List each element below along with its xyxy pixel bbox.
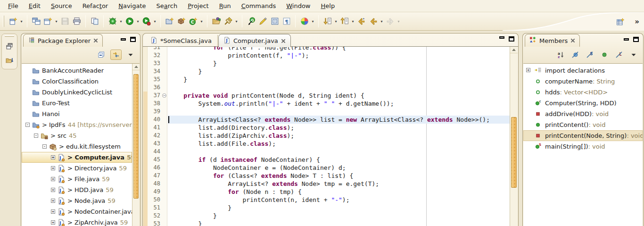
open-perspective-button[interactable] [4, 56, 15, 67]
tree-item[interactable]: -> IpdFs44 [https://svnserver.i [22, 119, 132, 130]
color-palette-button[interactable] [298, 16, 310, 27]
scroll-up-icon[interactable] [510, 47, 518, 53]
scrollbar-thumb[interactable] [511, 117, 517, 188]
hide-static-button[interactable]: S [584, 50, 595, 60]
close-icon[interactable] [281, 39, 286, 43]
customize-perspective-button[interactable] [614, 16, 626, 27]
member-item[interactable]: Smain(String[]) : void [523, 141, 643, 152]
dropdown-arrow-icon[interactable]: ▾ [118, 16, 124, 27]
expander-minus-icon[interactable]: - [25, 123, 30, 127]
new-editor-button[interactable] [30, 16, 42, 27]
expander-plus-icon[interactable]: + [51, 209, 55, 214]
dropdown-arrow-icon[interactable]: ▾ [152, 16, 157, 27]
dropdown-arrow-icon[interactable]: ▾ [19, 16, 24, 27]
show-whitespace-button[interactable]: ¶ [281, 16, 292, 27]
tree-item[interactable]: +J> Directory.java59 [22, 163, 132, 174]
expander-plus-icon[interactable]: + [51, 188, 55, 192]
toolbar-overflow-chevron[interactable]: » [633, 17, 641, 26]
run-external-button[interactable] [140, 16, 152, 27]
menu-edit[interactable]: Edit [24, 0, 46, 11]
hide-local-button[interactable]: L [613, 50, 625, 60]
fold-collapse-icon[interactable]: − [162, 93, 166, 98]
tab-members[interactable]: Members [525, 34, 580, 47]
dropdown-arrow-icon[interactable]: ▾ [379, 16, 384, 27]
close-icon[interactable] [93, 38, 98, 43]
editor-tab-computer-java[interactable]: JComputer.java [218, 34, 291, 47]
sort-button[interactable]: az [555, 50, 566, 60]
tree-item[interactable]: -> edu.kit.filesystem [22, 141, 132, 152]
expander-plus-icon[interactable]: + [51, 177, 55, 181]
menu-window[interactable]: Window [281, 0, 315, 11]
menu-help[interactable]: Help [316, 0, 340, 11]
open-element-button[interactable] [89, 16, 100, 27]
code-area[interactable]: for (File f : hdd.get(File.class)) { pri… [168, 47, 510, 226]
show-source-button[interactable] [269, 16, 281, 27]
menu-search[interactable]: Search [151, 0, 183, 11]
folding-ruler[interactable]: − [162, 47, 167, 226]
package-explorer-scrollbar[interactable] [132, 64, 140, 226]
member-item[interactable]: +import declarations [523, 65, 643, 76]
drag-handle[interactable] [5, 35, 14, 37]
dropdown-arrow-icon[interactable]: ▾ [54, 16, 59, 27]
link-editor-button[interactable] [110, 50, 122, 60]
menu-run[interactable]: Run [214, 0, 236, 11]
dropdown-arrow-icon[interactable]: ▾ [234, 16, 239, 27]
editor-tab--someclass-java[interactable]: J*SomeClass.java [145, 35, 218, 47]
line-number-ruler[interactable]: 3132333435363738394041424344454647484950… [148, 47, 162, 226]
tree-item[interactable]: Euro-Test [22, 98, 132, 109]
view-menu-button[interactable] [125, 50, 136, 60]
annotation-ruler[interactable] [143, 47, 148, 226]
tree-item[interactable]: +J> File.java59 [22, 174, 132, 184]
dropdown-arrow-icon[interactable]: ▾ [350, 16, 355, 27]
expander-minus-icon[interactable]: - [42, 144, 47, 149]
new-wizard-button[interactable] [7, 16, 19, 27]
maximize-icon[interactable] [633, 37, 639, 42]
minimize-icon[interactable] [121, 38, 126, 41]
menu-navigate[interactable]: Navigate [113, 0, 151, 11]
expander-plus-icon[interactable]: + [51, 199, 55, 203]
minimize-icon[interactable] [624, 38, 629, 41]
debug-button[interactable] [107, 16, 118, 27]
close-icon[interactable] [570, 38, 575, 43]
last-edit-element-button[interactable]: G [245, 16, 257, 27]
menu-file[interactable]: File [3, 0, 24, 11]
expander-plus-icon[interactable]: + [51, 166, 55, 170]
member-item[interactable]: hdds : Vector<HDD> [523, 87, 643, 98]
prev-annotation-button[interactable] [339, 16, 350, 27]
minimize-icon[interactable] [499, 36, 504, 39]
tree-item[interactable]: BankAccountReader [22, 65, 132, 76]
maximize-icon[interactable] [509, 36, 514, 42]
open-resource-button[interactable] [210, 16, 222, 27]
tab-package-explorer[interactable]: Package Explorer [23, 34, 103, 47]
view-menu-button[interactable] [628, 50, 639, 60]
menu-refactor[interactable]: Refactor [77, 0, 114, 11]
editor-scrollbar[interactable] [510, 47, 518, 226]
tree-item[interactable]: +J> Node.java59 [22, 195, 132, 206]
last-edit-location-button[interactable] [355, 16, 367, 27]
collapse-all-button[interactable] [96, 50, 107, 60]
new-package-button[interactable] [175, 16, 187, 27]
dropdown-arrow-icon[interactable]: ▾ [135, 16, 140, 27]
search-button[interactable] [222, 16, 234, 27]
tree-item[interactable]: DoublyLinkedCyclicList [22, 87, 132, 98]
dropdown-arrow-icon[interactable]: ▾ [333, 16, 339, 27]
tree-item[interactable]: +J> ZipArchiv.java59 [22, 217, 132, 226]
expander-plus-icon[interactable]: + [51, 220, 55, 225]
menu-commands[interactable]: Commands [236, 0, 281, 11]
tree-item[interactable]: Hanoi [22, 109, 132, 119]
hide-nonpublic-button[interactable] [599, 50, 610, 60]
tree-item[interactable]: -> src45 [22, 130, 132, 141]
dropdown-arrow-icon[interactable]: ▾ [310, 16, 315, 27]
tree-item[interactable]: +J> NodeContainer.java59 [22, 206, 132, 217]
tree-item[interactable]: ColorClassification [22, 76, 132, 87]
tree-item[interactable]: +J> HDD.java59 [22, 184, 132, 195]
member-item[interactable]: computerName : String [523, 76, 643, 87]
dropdown-arrow-icon[interactable]: ▾ [199, 16, 204, 27]
member-item[interactable]: printContent() : void [523, 119, 643, 130]
tree-item[interactable]: +J> Computer.java59 [22, 152, 132, 163]
print-button[interactable] [71, 16, 83, 27]
new-view-button[interactable] [42, 16, 54, 27]
maximize-icon[interactable] [130, 37, 136, 42]
member-item[interactable]: printContent(Node, String) : void [523, 130, 643, 141]
member-item[interactable]: addDrive(HDD) : void [523, 109, 643, 119]
